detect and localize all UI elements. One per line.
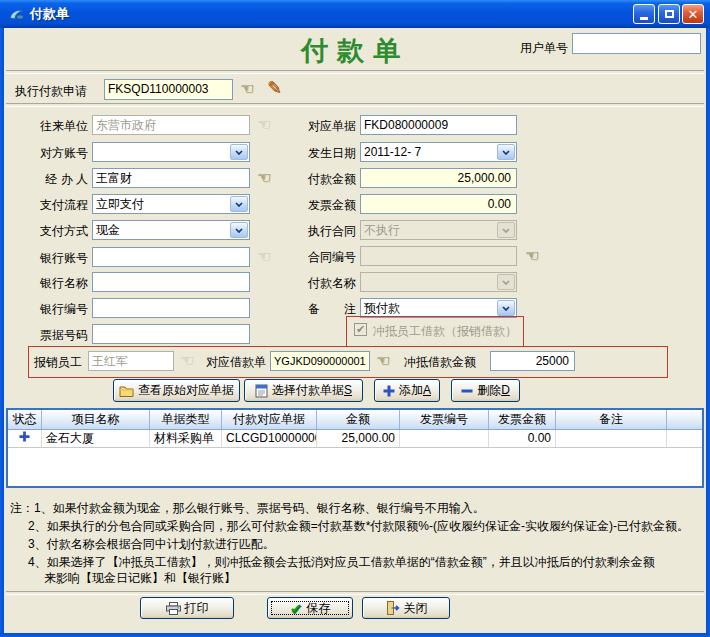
offset-amount-field[interactable]: 25000 (490, 351, 575, 371)
payment-name-label: 付款名称 (280, 275, 356, 292)
apply-label: 执行付款申请 (15, 83, 87, 100)
chevron-down-icon[interactable] (230, 144, 248, 160)
col-header-pay-doc[interactable]: 付款对应单据 (222, 410, 317, 429)
bill-number-field[interactable] (92, 324, 250, 344)
note-line: 来影响【现金日记账】和【银行账】 (44, 570, 236, 587)
user-no-field[interactable] (572, 33, 701, 54)
hand-picker-icon: ☜ (257, 249, 271, 265)
bank-code-label: 银行编号 (10, 301, 88, 318)
window-border-right (706, 28, 710, 637)
invoice-amount-label: 发票金额 (280, 197, 356, 214)
plus-icon (19, 431, 30, 442)
col-header-doc-type[interactable]: 单据类型 (150, 410, 222, 429)
combo-value: 2011-12- 7 (361, 143, 496, 161)
counterparty-unit-value: 东营市政府 (96, 118, 156, 132)
close-icon: ✕ (688, 8, 699, 21)
chevron-down-icon[interactable] (230, 222, 248, 238)
col-header-remark[interactable]: 备注 (556, 410, 667, 429)
payment-name-combo (360, 272, 517, 292)
col-header-filler (667, 410, 702, 429)
note-line: 注：1、如果付款金额为现金，那么银行账号、票据号码、银行名称、银行编号不用输入。 (10, 500, 485, 517)
hand-picker-icon[interactable]: ☜ (257, 170, 271, 186)
print-label: 打印 (185, 600, 209, 617)
payment-flow-label: 支付流程 (10, 197, 88, 214)
combo-value: 不执行 (361, 221, 496, 239)
bank-name-field[interactable] (92, 272, 250, 292)
maximize-icon (665, 10, 674, 18)
payment-flow-combo[interactable]: 立即支付 (92, 194, 250, 214)
loan-doc-value: YGJKD090000001 (274, 355, 366, 367)
bank-code-field[interactable] (92, 298, 250, 318)
contract-no-label: 合同编号 (280, 249, 356, 266)
chevron-down-icon[interactable] (497, 300, 515, 316)
payment-amount-value: 25,000.00 (458, 171, 511, 185)
payment-apply-field[interactable]: FKSQD110000003 (104, 79, 233, 100)
combo-value: 预付款 (361, 299, 496, 317)
close-form-button[interactable]: 关闭 (362, 597, 450, 619)
apply-value: FKSQD110000003 (108, 82, 209, 96)
counterparty-unit-label: 往来单位 (10, 118, 88, 135)
window-border-bottom (0, 633, 710, 637)
col-header-amount[interactable]: 金额 (317, 410, 400, 429)
related-doc-field[interactable]: FKD080000009 (360, 115, 517, 135)
table-row[interactable]: 金石大厦 材料采购单 CLCGD100000007 25,000.00 0.00 (8, 430, 702, 448)
col-header-status[interactable]: 状态 (8, 410, 42, 429)
document-icon (255, 384, 268, 398)
add-button[interactable]: 添加A (374, 379, 440, 402)
row-invoice-no-cell (400, 430, 489, 447)
app-logo-icon (8, 6, 25, 23)
bank-name-label: 银行名称 (10, 275, 88, 292)
payment-amount-field[interactable]: 25,000.00 (360, 168, 517, 188)
col-header-invoice-amount[interactable]: 发票金额 (489, 410, 556, 429)
invoice-amount-value: 0.00 (488, 197, 511, 211)
view-original-doc-button[interactable]: 查看原始对应单据 (113, 379, 240, 402)
row-doc-type-cell: 材料采购单 (150, 430, 222, 447)
handler-label: 经 办 人 (10, 171, 88, 188)
chevron-down-icon[interactable] (230, 196, 248, 212)
edit-pencil-icon[interactable]: ✎ (267, 79, 281, 96)
save-check-icon: ✔ (290, 601, 303, 616)
chevron-down-icon (497, 274, 515, 290)
chevron-down-icon[interactable] (497, 144, 515, 160)
close-button[interactable]: ✕ (682, 4, 704, 24)
select-payment-doc-button[interactable]: 选择付款单据S (244, 379, 363, 402)
related-doc-value: FKD080000009 (364, 118, 448, 132)
minimize-icon (640, 17, 648, 20)
form-title: 付款单 (230, 33, 480, 69)
col-header-invoice-no[interactable]: 发票编号 (400, 410, 489, 429)
print-button[interactable]: 打印 (140, 597, 234, 619)
counterparty-account-label: 对方账号 (10, 145, 88, 162)
window-border-left (0, 28, 4, 637)
execute-contract-combo: 不执行 (360, 220, 517, 240)
hand-picker-icon[interactable]: ☜ (376, 353, 390, 369)
bank-account-field[interactable] (92, 247, 250, 267)
folder-icon (119, 385, 134, 397)
divider (6, 591, 704, 595)
occur-date-combo[interactable]: 2011-12- 7 (360, 142, 517, 162)
payment-method-combo[interactable]: 现金 (92, 220, 250, 240)
col-header-project[interactable]: 项目名称 (42, 410, 150, 429)
printer-icon (166, 602, 181, 615)
delete-button[interactable]: 删除D (451, 379, 520, 402)
minimize-button[interactable] (633, 4, 655, 24)
divider (6, 70, 704, 74)
hand-picker-icon[interactable]: ☜ (525, 248, 539, 264)
offset-amount-value: 25000 (536, 354, 569, 368)
bank-account-label: 银行账号 (10, 250, 88, 267)
save-button[interactable]: ✔ 保存 (267, 597, 353, 619)
row-filler-cell (667, 430, 702, 447)
invoice-amount-field[interactable]: 0.00 (360, 194, 517, 214)
loan-doc-field[interactable]: YGJKD090000001 (270, 351, 370, 371)
select-payment-doc-label: 选择付款单据S (272, 382, 352, 399)
titlebar[interactable]: 付款单 ✕ (0, 0, 710, 28)
handler-field[interactable]: 王富财 (92, 168, 250, 188)
maximize-button[interactable] (658, 4, 680, 24)
bill-number-label: 票据号码 (10, 327, 88, 344)
reimburse-employee-label: 报销员工 (34, 354, 82, 371)
remark-label: 备 注 (280, 301, 356, 318)
combo-value: 立即支付 (93, 195, 229, 213)
offset-amount-label: 冲抵借款金额 (404, 354, 476, 371)
counterparty-account-combo[interactable] (92, 142, 250, 162)
remark-combo[interactable]: 预付款 (360, 298, 517, 318)
hand-picker-icon[interactable]: ☜ (240, 81, 254, 97)
